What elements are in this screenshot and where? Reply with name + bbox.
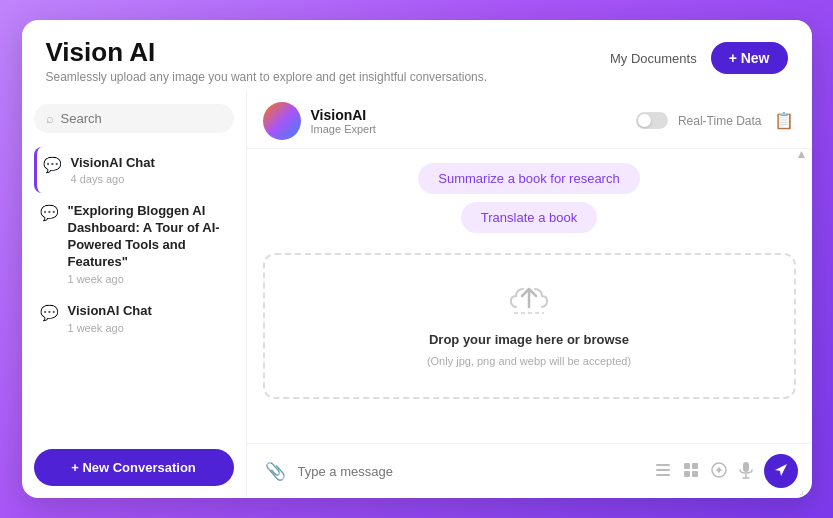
- svg-rect-4: [684, 463, 690, 469]
- svg-rect-6: [684, 471, 690, 477]
- search-icon: ⌕: [46, 111, 54, 126]
- mic-icon: [739, 465, 753, 482]
- message-input[interactable]: [298, 464, 644, 479]
- chat-name-1: "Exploring Bloggen AI Dashboard: A Tour …: [68, 203, 228, 271]
- grid-icon: [683, 464, 699, 481]
- chat-header-right: Real-Time Data 📋: [636, 109, 796, 132]
- suggestion-chips: Summarize a book for research Translate …: [263, 163, 796, 233]
- scroll-up-indicator: ▲: [796, 147, 808, 161]
- drop-zone-title: Drop your image here or browse: [429, 332, 629, 347]
- chat-name-0: VisionAI Chat: [71, 155, 155, 172]
- sparkle-icon: [711, 464, 727, 481]
- resize-handle: ⌟: [799, 485, 804, 496]
- header-right: My Documents + New: [610, 42, 788, 74]
- chat-info-2: VisionAI Chat 1 week ago: [68, 303, 152, 334]
- chat-icon-0: 💬: [43, 156, 62, 174]
- app-header: Vision AI Seamlessly upload any image yo…: [22, 20, 812, 92]
- header-left: Vision AI Seamlessly upload any image yo…: [46, 38, 488, 84]
- chat-item-0[interactable]: 💬 VisionAI Chat 4 days ago: [34, 147, 234, 194]
- chat-time-2: 1 week ago: [68, 322, 152, 334]
- list-view-button[interactable]: [652, 460, 674, 483]
- svg-rect-2: [656, 469, 670, 471]
- svg-rect-3: [656, 474, 670, 476]
- paperclip-icon: 📎: [265, 462, 286, 481]
- send-icon: [774, 463, 788, 480]
- chat-info-0: VisionAI Chat 4 days ago: [71, 155, 155, 186]
- chat-header: VisionAI Image Expert Real-Time Data 📋: [247, 92, 812, 149]
- suggestion-chip-1[interactable]: Translate a book: [461, 202, 597, 233]
- sidebar: ⌕ 💬 VisionAI Chat 4 days ago 💬 "Explorin…: [22, 92, 247, 498]
- main-layout: ⌕ 💬 VisionAI Chat 4 days ago 💬 "Explorin…: [22, 92, 812, 498]
- chat-icon-1: 💬: [40, 204, 59, 222]
- realtime-label: Real-Time Data: [678, 114, 762, 128]
- agent-avatar: [263, 102, 301, 140]
- search-box[interactable]: ⌕: [34, 104, 234, 133]
- agent-role: Image Expert: [311, 123, 376, 135]
- calendar-icon: 📋: [774, 112, 794, 129]
- agent-info: VisionAI Image Expert: [263, 102, 376, 140]
- drop-zone-subtitle: (Only jpg, png and webp will be accepted…: [427, 355, 631, 367]
- chat-time-0: 4 days ago: [71, 173, 155, 185]
- sparkle-button[interactable]: [708, 459, 730, 484]
- agent-details: VisionAI Image Expert: [311, 107, 376, 135]
- mic-button[interactable]: [736, 458, 756, 485]
- agent-name: VisionAI: [311, 107, 376, 123]
- chat-list: 💬 VisionAI Chat 4 days ago 💬 "Exploring …: [34, 147, 234, 439]
- chat-icon-2: 💬: [40, 304, 59, 322]
- new-conversation-button[interactable]: + New Conversation: [34, 449, 234, 486]
- calendar-icon-button[interactable]: 📋: [772, 109, 796, 132]
- send-button[interactable]: [764, 454, 798, 488]
- my-documents-button[interactable]: My Documents: [610, 51, 697, 66]
- messages-area: Summarize a book for research Translate …: [247, 149, 812, 443]
- new-button[interactable]: + New: [711, 42, 788, 74]
- grid-view-button[interactable]: [680, 459, 702, 484]
- chat-name-2: VisionAI Chat: [68, 303, 152, 320]
- svg-rect-1: [656, 464, 670, 466]
- chat-item-2[interactable]: 💬 VisionAI Chat 1 week ago: [34, 295, 234, 342]
- input-actions: [652, 458, 756, 485]
- attach-button[interactable]: 📎: [261, 457, 290, 486]
- chat-item-1[interactable]: 💬 "Exploring Bloggen AI Dashboard: A Tou…: [34, 195, 234, 293]
- chat-area: VisionAI Image Expert Real-Time Data 📋 ▲…: [247, 92, 812, 498]
- suggestion-chip-0[interactable]: Summarize a book for research: [418, 163, 639, 194]
- svg-rect-9: [743, 462, 749, 472]
- message-input-area: 📎: [247, 443, 812, 498]
- realtime-toggle[interactable]: [636, 112, 668, 129]
- chat-info-1: "Exploring Bloggen AI Dashboard: A Tour …: [68, 203, 228, 285]
- drop-zone[interactable]: Drop your image here or browse (Only jpg…: [263, 253, 796, 399]
- chat-time-1: 1 week ago: [68, 273, 228, 285]
- list-icon: [655, 463, 671, 480]
- app-subtitle: Seamlessly upload any image you want to …: [46, 70, 488, 84]
- svg-rect-5: [692, 463, 698, 469]
- app-title: Vision AI: [46, 38, 488, 67]
- search-input[interactable]: [61, 111, 222, 126]
- svg-rect-7: [692, 471, 698, 477]
- upload-icon: [510, 285, 548, 324]
